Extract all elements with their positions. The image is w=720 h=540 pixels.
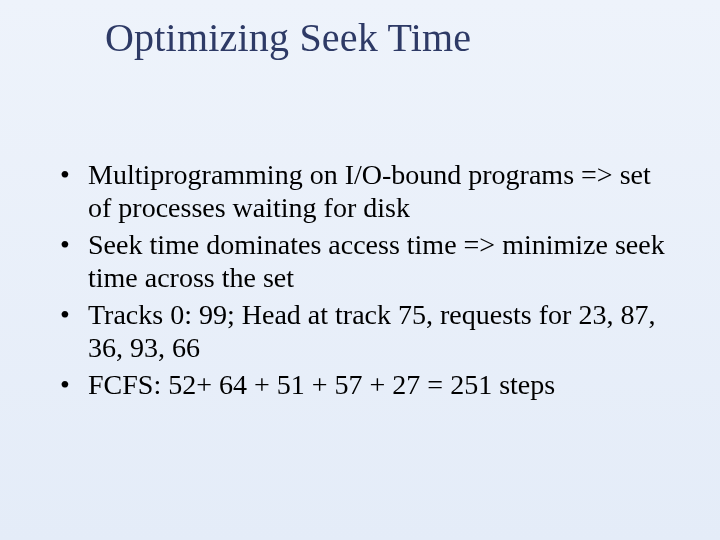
bullet-item: Multiprogramming on I/O-bound programs =… xyxy=(54,158,670,224)
bullet-list: Multiprogramming on I/O-bound programs =… xyxy=(54,158,670,401)
bullet-item: Seek time dominates access time => minim… xyxy=(54,228,670,294)
slide: Optimizing Seek Time Multiprogramming on… xyxy=(0,0,720,540)
slide-body: Multiprogramming on I/O-bound programs =… xyxy=(54,158,670,405)
bullet-item: Tracks 0: 99; Head at track 75, requests… xyxy=(54,298,670,364)
bullet-item: FCFS: 52+ 64 + 51 + 57 + 27 = 251 steps xyxy=(54,368,670,401)
slide-title: Optimizing Seek Time xyxy=(105,14,471,61)
